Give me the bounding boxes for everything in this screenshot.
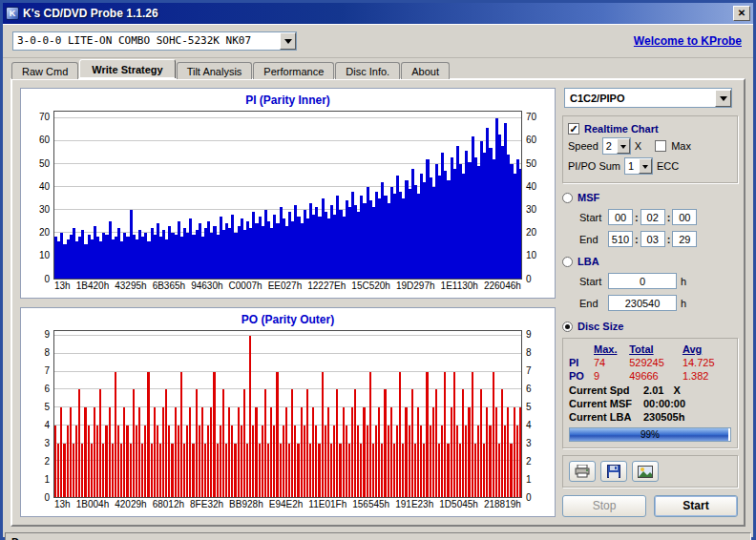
po-chart-title: PO (Parity Outer) [27, 310, 549, 330]
disc-size-radio[interactable] [562, 322, 573, 332]
msf-start-frame[interactable] [672, 209, 697, 225]
lba-end-unit: h [681, 298, 686, 309]
x-axis-label: 8FE32h [190, 499, 223, 514]
x-axis-label: EE027h [268, 280, 303, 296]
progress-label: 99% [570, 428, 730, 441]
chevron-down-icon[interactable] [617, 138, 630, 154]
mode-selector[interactable]: C1C2/PIPO [564, 88, 732, 108]
x-axis-label: 13h [54, 499, 71, 514]
x-axis-label: BB928h [229, 499, 263, 514]
lba-label: LBA [578, 256, 599, 267]
chevron-down-icon[interactable] [639, 158, 652, 174]
drive-selector[interactable]: 3-0-0-0 LITE-ON COMBO SOHC-5232K NK07 [12, 31, 297, 51]
welcome-link[interactable]: Welcome to KProbe [634, 34, 742, 48]
po-chart: PO (Parity Outer) 0123456789 0123456789 … [20, 307, 556, 518]
print-button[interactable] [569, 461, 596, 482]
chevron-down-icon[interactable] [280, 32, 296, 50]
msf-end-frame[interactable] [672, 231, 697, 247]
x-axis-label: 1E1130h [441, 280, 478, 296]
chevron-down-icon[interactable] [715, 90, 731, 107]
stats-header-max: Max. [594, 343, 629, 356]
msf-end-label: End [579, 234, 608, 245]
pi-plot-area [53, 111, 522, 280]
x-axis-label: 68012h [153, 499, 184, 514]
speed-unit-label: X [635, 140, 641, 152]
ecc-label: ECC [657, 160, 679, 172]
pi-row-label: PI [569, 356, 594, 369]
x-axis-label: 156545h [352, 499, 389, 514]
tab-about[interactable]: About [401, 62, 450, 79]
x-axis-label: 218819h [484, 499, 521, 514]
pi-max-value: 74 [594, 356, 629, 369]
current-lba-value: 230505h [643, 411, 684, 423]
current-spd-label: Current Spd [569, 384, 643, 396]
app-icon: K [6, 7, 19, 20]
lba-start-unit: h [681, 276, 686, 287]
x-axis-label: E94E2h [269, 499, 304, 514]
tools-group [562, 455, 738, 488]
pipo-sum-value: 1 [625, 160, 639, 172]
colon-separator: : [635, 234, 639, 245]
msf-end-min[interactable] [608, 231, 633, 247]
stop-button[interactable]: Stop [562, 495, 646, 517]
tab-performance[interactable]: Performance [253, 62, 334, 79]
tab-disc-info[interactable]: Disc Info. [335, 62, 400, 79]
tab-raw-cmd[interactable]: Raw Cmd [11, 62, 78, 79]
tab-strip: Raw Cmd Write Strategy Tilt Analysis Per… [3, 58, 753, 78]
x-axis-label: 43295h [115, 280, 146, 296]
pi-avg-value: 14.725 [682, 356, 731, 369]
stats-header-avg: Avg [682, 343, 731, 356]
x-axis-label: 1D5045h [439, 499, 478, 514]
x-axis-label: 1B420h [76, 280, 109, 296]
x-axis-label: 19D297h [396, 280, 435, 296]
current-msf-value: 00:00:00 [643, 398, 685, 409]
current-spd-unit: X [673, 384, 680, 396]
x-axis-label: 11E01Fh [308, 499, 346, 514]
msf-radio[interactable] [562, 193, 573, 203]
pi-x-axis: 13h1B420h43295h6B365h94630hC0007hEE027h1… [54, 280, 521, 296]
drive-selector-value: 3-0-0-0 LITE-ON COMBO SOHC-5232K NK07 [13, 34, 280, 47]
tab-tilt-analysis[interactable]: Tilt Analysis [177, 62, 253, 79]
stats-table: Max. Total Avg PI 74 529245 14.725 PO 9 … [569, 343, 731, 383]
speed-selector[interactable]: 2 [602, 137, 631, 155]
current-msf-label: Current MSF [569, 398, 643, 409]
pi-total-value: 529245 [629, 356, 682, 369]
lba-radio[interactable] [562, 257, 573, 267]
tab-write-strategy[interactable]: Write Strategy [79, 59, 175, 78]
x-axis-label: C0007h [229, 280, 262, 296]
current-lba-label: Current LBA [569, 411, 643, 423]
po-total-value: 49666 [629, 369, 682, 383]
charts-column: PI (Parity Inner) 010203040506070 010203… [20, 88, 556, 517]
colon-separator: : [667, 212, 671, 223]
app-window: K K's CD/DVD Probe 1.1.26 ✕ 3-0-0-0 LITE… [0, 0, 756, 540]
max-speed-checkbox[interactable] [655, 140, 666, 152]
close-button[interactable]: ✕ [733, 6, 750, 21]
po-avg-value: 1.382 [682, 369, 731, 383]
progress-bar: 99% [569, 427, 731, 442]
lba-end-input[interactable] [608, 295, 677, 311]
title-bar: K K's CD/DVD Probe 1.1.26 ✕ [3, 3, 753, 24]
colon-separator: : [667, 234, 671, 245]
toolbar: 3-0-0-0 LITE-ON COMBO SOHC-5232K NK07 We… [3, 24, 753, 58]
msf-end-sec[interactable] [640, 231, 665, 247]
pipo-sum-selector[interactable]: 1 [624, 157, 653, 175]
lba-start-label: Start [579, 276, 608, 287]
realtime-chart-checkbox[interactable]: ✓ [568, 123, 579, 135]
status-text: Done. [11, 536, 41, 540]
save-image-button[interactable] [632, 461, 659, 482]
msf-start-sec[interactable] [640, 209, 665, 225]
po-y-axis-right: 0123456789 [522, 330, 549, 499]
floppy-disk-icon [607, 465, 620, 478]
pi-chart-title: PI (Parity Inner) [27, 91, 549, 111]
speed-label: Speed [568, 140, 598, 152]
lba-end-label: End [579, 298, 608, 309]
msf-label: MSF [578, 192, 599, 203]
save-button[interactable] [600, 461, 627, 482]
lba-start-input[interactable] [608, 273, 677, 289]
action-buttons: Stop Start [562, 495, 738, 517]
msf-start-min[interactable] [608, 209, 633, 225]
status-bar: Done. [5, 532, 751, 540]
control-column: C1C2/PIPO ✓ Realtime Chart Speed 2 X Max [562, 88, 738, 517]
start-button[interactable]: Start [654, 495, 738, 517]
pi-y-axis-right: 010203040506070 [522, 111, 549, 280]
